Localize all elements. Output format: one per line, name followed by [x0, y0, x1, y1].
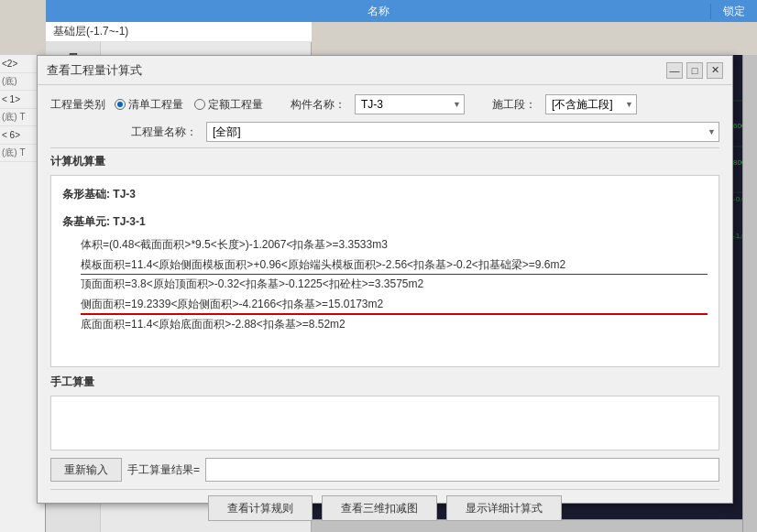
form-row-1: 工程量类别 清单工程量 定额工程量 构件名称： TJ-3 施工段：: [50, 94, 719, 114]
red-underline-2: [81, 313, 708, 315]
component-label: 构件名称：: [291, 97, 346, 113]
view-3d-button[interactable]: 查看三维扣减图: [322, 495, 437, 521]
close-button[interactable]: ✕: [707, 62, 723, 79]
result-input[interactable]: [205, 458, 719, 482]
radio-checked-icon[interactable]: [115, 99, 126, 110]
stage-label: 施工段：: [492, 97, 536, 113]
separator-1: [50, 147, 719, 148]
calc-line-1: 体积=(0.48<截面面积>*9.5<长度>)-1.2067<扣条基>=3.35…: [62, 235, 708, 255]
radio-unchecked-icon[interactable]: [194, 99, 205, 110]
footer-buttons: 查看计算规则 查看三维扣减图 显示详细计算式: [50, 489, 719, 527]
component-select-wrapper: TJ-3: [355, 94, 465, 114]
col-header-name: 名称: [46, 4, 711, 19]
minimize-button[interactable]: —: [666, 62, 683, 79]
show-detail-button[interactable]: 显示详细计算式: [446, 495, 562, 521]
table-header: 名称 锁定: [46, 0, 757, 22]
col-header-lock: 锁定: [711, 4, 757, 19]
calc-rules-button[interactable]: 查看计算规则: [208, 495, 313, 521]
calc-line-3: 顶面面积=3.8<原始顶面积>-0.32<扣条基>-0.1225<扣砼柱>=3.…: [62, 275, 708, 295]
radio-label-2: 定额工程量: [208, 97, 263, 113]
calc-line-5: 底面面积=11.4<原始底面面积>-2.88<扣条基>=8.52m2: [62, 315, 708, 335]
dialog-titlebar: 查看工程量计算式 — □ ✕: [38, 56, 732, 85]
name-select-wrapper: [全部]: [206, 122, 719, 142]
calc-line-2: 模板面积=11.4<原始侧面模板面积>+0.96<原始端头模板面积>-2.56<…: [62, 255, 708, 276]
manual-section-title: 手工算量: [50, 375, 719, 390]
calc-area: 条形基础: TJ-3 条基单元: TJ-3-1 体积=(0.48<截面面积>*9…: [50, 175, 719, 367]
red-underline-1: [81, 274, 708, 276]
reinput-button[interactable]: 重新输入: [50, 458, 122, 482]
bottom-input-row: 重新输入 手工算量结果=: [50, 458, 719, 482]
stage-select-wrapper: [不含施工段]: [545, 94, 637, 114]
result-label: 手工算量结果=: [127, 462, 200, 478]
right-ruler: [742, 55, 757, 532]
name-select[interactable]: [全部]: [206, 122, 719, 142]
component-select[interactable]: TJ-3: [355, 94, 465, 114]
radio-label-1: 清单工程量: [128, 97, 183, 113]
calc-subtitle: 条形基础: TJ-3: [62, 185, 708, 205]
dialog-body: 工程量类别 清单工程量 定额工程量 构件名称： TJ-3 施工段：: [38, 85, 732, 532]
calc-line-4: 侧面面积=19.2339<原始侧面积>-4.2166<扣条基>=15.0173m…: [62, 295, 708, 315]
radio-group: 清单工程量 定额工程量: [115, 97, 263, 113]
manual-area: [50, 396, 719, 451]
maximize-button[interactable]: □: [686, 62, 703, 79]
type-label: 工程量类别: [50, 97, 105, 113]
dialog-title: 查看工程量计算式: [47, 62, 666, 79]
table-cell-name: 基础层(-1.7~-1): [46, 24, 312, 39]
calc-unit: 条基单元: TJ-3-1: [62, 212, 708, 233]
dialog-controls: — □ ✕: [666, 62, 723, 79]
form-row-2: 工程量名称： [全部]: [50, 122, 719, 142]
calc-section-title: 计算机算量: [50, 154, 719, 169]
radio-item-2[interactable]: 定额工程量: [194, 97, 263, 113]
table-row-1[interactable]: 基础层(-1.7~-1): [46, 22, 312, 42]
name-label: 工程量名称：: [131, 125, 197, 140]
stage-select[interactable]: [不含施工段]: [545, 94, 637, 114]
radio-item-1[interactable]: 清单工程量: [115, 97, 183, 113]
dialog-query-calc: 查看工程量计算式 — □ ✕ 工程量类别 清单工程量 定额工程量 构件名称：: [37, 55, 733, 504]
